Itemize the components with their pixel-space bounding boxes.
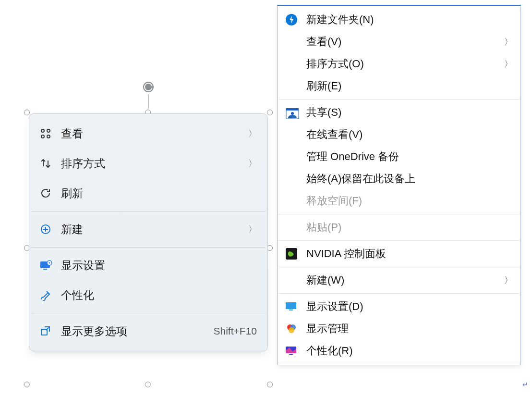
menu-item-sort[interactable]: 排序方式 〉 xyxy=(31,149,266,178)
svg-point-3 xyxy=(41,135,44,138)
svg-point-4 xyxy=(47,135,50,138)
color-rings-icon xyxy=(285,323,306,335)
svg-rect-7 xyxy=(43,269,47,270)
menu-item-label: 在线查看(V) xyxy=(306,127,513,142)
menu-item-share[interactable]: 共享(S) xyxy=(278,101,520,124)
personalize-monitor-icon xyxy=(285,346,306,356)
svg-rect-17 xyxy=(289,310,293,310)
menu-item-label: 显示管理 xyxy=(306,322,513,336)
svg-point-9 xyxy=(49,262,50,264)
menu-item-label: 查看(V) xyxy=(306,35,504,49)
menu-item-view-online[interactable]: 在线查看(V) xyxy=(278,124,520,146)
chevron-right-icon: 〉 xyxy=(504,36,513,48)
menu-item-view[interactable]: 查看(V) 〉 xyxy=(278,31,520,53)
selection-handle-se[interactable] xyxy=(267,382,273,387)
menu-item-label: 显示设置 xyxy=(61,258,257,273)
menu-item-label: 共享(S) xyxy=(306,105,513,120)
menu-item-refresh[interactable]: 刷新(E) xyxy=(278,75,520,97)
menu-item-label: 显示设置(D) xyxy=(306,299,513,314)
plus-circle-icon xyxy=(40,223,61,235)
menu-item-label: 显示更多选项 xyxy=(61,324,214,339)
menu-item-nvidia-control-panel[interactable]: NVIDIA 控制面板 xyxy=(278,243,520,265)
brush-icon xyxy=(40,289,61,301)
refresh-icon xyxy=(40,187,61,199)
menu-item-label: 刷新(E) xyxy=(306,79,513,93)
svg-point-2 xyxy=(47,129,50,132)
menu-item-display-settings[interactable]: 显示设置(D) xyxy=(278,296,520,318)
menu-item-display-settings[interactable]: 显示设置 xyxy=(31,250,266,280)
selection-handle-nw[interactable] xyxy=(24,110,30,115)
share-app-icon xyxy=(285,106,300,121)
nvidia-icon xyxy=(285,248,306,260)
menu-separator xyxy=(278,240,520,241)
menu-item-label: 释放空间(F) xyxy=(306,194,513,208)
menu-item-new[interactable]: 新建 〉 xyxy=(31,214,266,244)
keyboard-shortcut: Shift+F10 xyxy=(214,325,257,337)
menu-item-label: 新建(W) xyxy=(306,273,504,287)
selection-handle-s[interactable] xyxy=(145,382,151,387)
menu-separator xyxy=(31,313,266,313)
menu-separator xyxy=(31,211,266,211)
menu-item-free-up-space: 释放空间(F) xyxy=(278,190,520,212)
menu-item-new[interactable]: 新建(W) 〉 xyxy=(278,269,520,291)
chevron-right-icon: 〉 xyxy=(504,274,513,286)
monitor-gear-icon xyxy=(40,260,61,271)
grid-icon xyxy=(40,128,61,139)
rotate-handle-stem xyxy=(148,94,149,109)
classic-context-menu: 新建文件夹(N) 查看(V) 〉 排序方式(O) 〉 刷新(E) 共享(S) xyxy=(277,5,521,365)
menu-item-label: 新建 xyxy=(61,222,248,237)
menu-item-manage-onedrive-backup[interactable]: 管理 OneDrive 备份 xyxy=(278,146,520,168)
expand-icon xyxy=(40,325,61,337)
rotate-handle-icon[interactable] xyxy=(141,80,156,94)
chevron-right-icon: 〉 xyxy=(248,158,257,169)
menu-item-label: 个性化(R) xyxy=(306,344,513,358)
menu-item-label: 管理 OneDrive 备份 xyxy=(306,149,513,164)
menu-item-sort[interactable]: 排序方式(O) 〉 xyxy=(278,53,520,75)
menu-item-personalize[interactable]: 个性化(R) xyxy=(278,340,520,362)
menu-separator xyxy=(31,247,266,248)
menu-item-label: 始终(A)保留在此设备上 xyxy=(306,172,513,186)
menu-item-new-folder[interactable]: 新建文件夹(N) xyxy=(278,9,520,31)
menu-item-label: 排序方式 xyxy=(61,156,248,171)
menu-item-view[interactable]: 查看 〉 xyxy=(31,119,266,149)
svg-point-20 xyxy=(289,327,294,333)
enter-mark-icon: ↵ xyxy=(522,381,528,388)
menu-item-always-keep-on-device[interactable]: 始终(A)保留在此设备上 xyxy=(278,168,520,190)
menu-separator xyxy=(278,293,520,294)
menu-item-label: 刷新 xyxy=(61,186,257,201)
chevron-right-icon: 〉 xyxy=(248,128,257,139)
svg-rect-22 xyxy=(289,354,293,355)
chevron-right-icon: 〉 xyxy=(504,58,513,70)
menu-separator xyxy=(278,99,520,99)
selection-handle-sw[interactable] xyxy=(24,382,30,387)
bolt-circle-icon xyxy=(285,13,306,26)
menu-item-label: 排序方式(O) xyxy=(306,57,504,71)
selection-handle-ne[interactable] xyxy=(267,110,273,115)
win11-context-menu: 查看 〉 排序方式 〉 刷新 新建 〉 xyxy=(29,113,268,351)
menu-item-more-options[interactable]: 显示更多选项 Shift+F10 xyxy=(31,316,266,346)
svg-rect-12 xyxy=(286,108,299,110)
menu-item-display-management[interactable]: 显示管理 xyxy=(278,318,520,340)
menu-item-refresh[interactable]: 刷新 xyxy=(31,178,266,208)
menu-separator xyxy=(278,267,520,267)
monitor-icon xyxy=(285,301,306,312)
menu-item-paste: 粘贴(P) xyxy=(278,216,520,238)
svg-point-1 xyxy=(41,129,44,132)
svg-rect-16 xyxy=(286,302,296,309)
menu-item-label: 新建文件夹(N) xyxy=(306,12,513,27)
menu-item-label: 粘贴(P) xyxy=(306,220,513,235)
menu-item-label: 查看 xyxy=(61,126,248,141)
menu-item-personalize[interactable]: 个性化 xyxy=(31,280,266,310)
menu-item-label: 个性化 xyxy=(61,288,257,303)
sort-icon xyxy=(40,158,61,169)
menu-separator xyxy=(278,214,520,214)
menu-item-label: NVIDIA 控制面板 xyxy=(306,247,513,261)
svg-point-14 xyxy=(291,112,294,115)
chevron-right-icon: 〉 xyxy=(248,223,257,235)
